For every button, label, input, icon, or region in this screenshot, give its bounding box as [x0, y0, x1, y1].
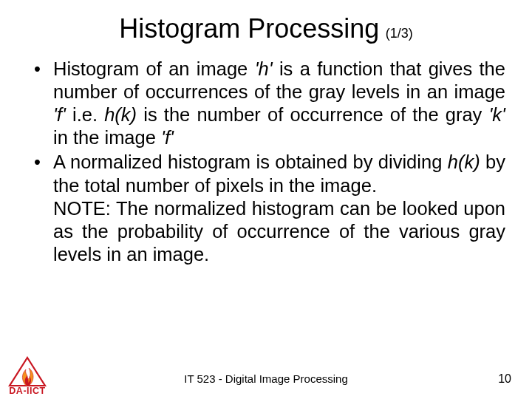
institution-logo: DA-IICT: [0, 356, 55, 396]
content-area: • Histogram of an image 'h' is a functio…: [25, 58, 507, 266]
bullet-item: • A normalized histogram is obtained by …: [33, 151, 505, 266]
page-number: 10: [498, 372, 511, 386]
bullet-marker: •: [33, 151, 53, 266]
slide: Histogram Processing (1/3) • Histogram o…: [0, 0, 532, 399]
slide-title-suffix: (1/3): [386, 26, 413, 41]
slide-title: Histogram Processing: [119, 13, 379, 44]
bullet-text: A normalized histogram is obtained by di…: [53, 151, 505, 266]
bullet-item: • Histogram of an image 'h' is a functio…: [33, 58, 505, 149]
flame-triangle-icon: [7, 356, 48, 387]
footer: IT 523 - Digital Image Processing 10: [0, 372, 532, 389]
footer-course: IT 523 - Digital Image Processing: [184, 372, 348, 385]
title-row: Histogram Processing (1/3): [25, 13, 507, 44]
bullet-text: Histogram of an image 'h' is a function …: [53, 58, 505, 149]
logo-text: DA-IICT: [0, 386, 55, 396]
bullet-marker: •: [33, 58, 53, 149]
